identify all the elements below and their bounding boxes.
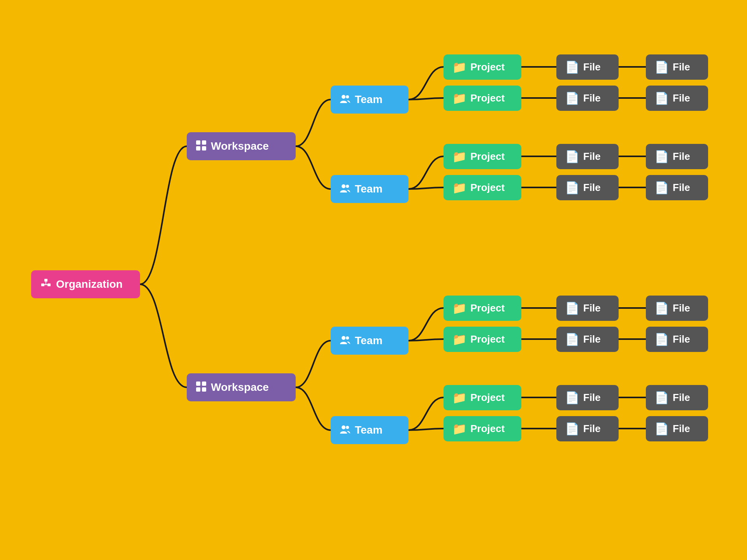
file-label-1b-1: File <box>583 92 601 104</box>
project-label-3b: Project <box>470 333 505 345</box>
svg-point-14 <box>346 95 349 98</box>
svg-rect-8 <box>202 146 206 150</box>
project-icon-3a: 📁 <box>452 303 466 314</box>
svg-point-19 <box>342 425 345 429</box>
file-node-1b-1[interactable]: 📄 File <box>556 86 619 111</box>
file-label-2a-2: File <box>673 150 690 163</box>
file-label-3a-2: File <box>673 302 690 314</box>
file-label-1b-2: File <box>673 92 690 104</box>
project-node-2b[interactable]: 📁 Project <box>444 175 521 200</box>
workspace-icon-1 <box>195 140 207 153</box>
file-icon-3a-2: 📄 <box>654 303 669 314</box>
team-label-4: Team <box>355 424 382 436</box>
file-icon-1b-2: 📄 <box>654 93 669 104</box>
file-node-4a-1[interactable]: 📄 File <box>556 385 619 410</box>
file-icon-4a-1: 📄 <box>565 392 579 404</box>
file-node-2b-2[interactable]: 📄 File <box>646 175 708 200</box>
project-node-3a[interactable]: 📁 Project <box>444 296 521 321</box>
project-label-1b: Project <box>470 92 505 104</box>
file-node-4b-1[interactable]: 📄 File <box>556 416 619 441</box>
file-icon-4b-2: 📄 <box>654 423 669 435</box>
svg-rect-7 <box>196 146 200 150</box>
org-label: Organization <box>56 278 123 290</box>
file-node-1a-2[interactable]: 📄 File <box>646 54 708 80</box>
workspace-node-2[interactable]: Workspace <box>187 373 296 401</box>
svg-rect-6 <box>202 140 206 145</box>
file-icon-4a-2: 📄 <box>654 392 669 404</box>
team-node-4[interactable]: Team <box>331 416 409 444</box>
project-icon-3b: 📁 <box>452 334 466 345</box>
file-label-4a-1: File <box>583 392 601 404</box>
svg-rect-12 <box>202 387 206 392</box>
project-label-2a: Project <box>470 150 505 163</box>
file-icon-2a-1: 📄 <box>565 151 579 163</box>
file-node-2a-2[interactable]: 📄 File <box>646 144 708 169</box>
file-label-1a-2: File <box>673 61 690 73</box>
team-label-2: Team <box>355 183 382 195</box>
org-node[interactable]: Organization <box>31 270 140 298</box>
org-icon <box>40 277 52 292</box>
file-node-4a-2[interactable]: 📄 File <box>646 385 708 410</box>
project-icon-4a: 📁 <box>452 392 466 404</box>
team-label-1: Team <box>355 93 382 106</box>
file-node-3b-1[interactable]: 📄 File <box>556 327 619 352</box>
project-icon-4b: 📁 <box>452 423 466 435</box>
file-icon-1a-1: 📄 <box>565 61 579 73</box>
file-label-3a-1: File <box>583 302 601 314</box>
project-icon-2b: 📁 <box>452 182 466 194</box>
file-icon-2b-2: 📄 <box>654 182 669 194</box>
project-icon-1a: 📁 <box>452 61 466 73</box>
file-node-3a-1[interactable]: 📄 File <box>556 296 619 321</box>
file-label-4b-1: File <box>583 423 601 435</box>
file-icon-2b-1: 📄 <box>565 182 579 194</box>
file-label-1a-1: File <box>583 61 601 73</box>
svg-rect-5 <box>196 140 200 145</box>
svg-point-13 <box>342 95 345 99</box>
team-node-1[interactable]: Team <box>331 86 409 114</box>
file-node-3b-2[interactable]: 📄 File <box>646 327 708 352</box>
file-icon-3b-2: 📄 <box>654 334 669 345</box>
svg-rect-11 <box>196 387 200 392</box>
project-icon-1b: 📁 <box>452 93 466 104</box>
project-node-4b[interactable]: 📁 Project <box>444 416 521 441</box>
team-label-3: Team <box>355 334 382 347</box>
workspace-label-2: Workspace <box>211 381 269 394</box>
file-icon-4b-1: 📄 <box>565 423 579 435</box>
file-node-1a-1[interactable]: 📄 File <box>556 54 619 80</box>
team-node-2[interactable]: Team <box>331 175 409 203</box>
file-node-3a-2[interactable]: 📄 File <box>646 296 708 321</box>
file-label-2b-2: File <box>673 182 690 194</box>
svg-point-16 <box>346 185 349 188</box>
file-node-1b-2[interactable]: 📄 File <box>646 86 708 111</box>
svg-point-20 <box>346 426 349 429</box>
svg-rect-0 <box>44 279 47 282</box>
team-icon-2 <box>339 182 351 196</box>
svg-point-15 <box>342 184 345 188</box>
project-node-1b[interactable]: 📁 Project <box>444 86 521 111</box>
file-node-2a-1[interactable]: 📄 File <box>556 144 619 169</box>
team-icon-3 <box>339 334 351 348</box>
workspace-node-1[interactable]: Workspace <box>187 132 296 160</box>
file-node-4b-2[interactable]: 📄 File <box>646 416 708 441</box>
team-icon-1 <box>339 93 351 107</box>
file-label-3b-2: File <box>673 333 690 345</box>
project-node-1a[interactable]: 📁 Project <box>444 54 521 80</box>
svg-rect-9 <box>196 382 200 386</box>
file-icon-3b-1: 📄 <box>565 334 579 345</box>
project-node-2a[interactable]: 📁 Project <box>444 144 521 169</box>
project-label-2b: Project <box>470 182 505 194</box>
team-node-3[interactable]: Team <box>331 327 409 355</box>
project-label-4b: Project <box>470 423 505 435</box>
file-label-2b-1: File <box>583 182 601 194</box>
file-node-2b-1[interactable]: 📄 File <box>556 175 619 200</box>
project-label-1a: Project <box>470 61 505 73</box>
file-label-4b-2: File <box>673 423 690 435</box>
project-label-3a: Project <box>470 302 505 314</box>
project-icon-2a: 📁 <box>452 151 466 163</box>
file-label-3b-1: File <box>583 333 601 345</box>
workspace-label-1: Workspace <box>211 140 269 152</box>
project-node-4a[interactable]: 📁 Project <box>444 385 521 410</box>
file-icon-1a-2: 📄 <box>654 61 669 73</box>
project-node-3b[interactable]: 📁 Project <box>444 327 521 352</box>
svg-rect-10 <box>202 382 206 386</box>
